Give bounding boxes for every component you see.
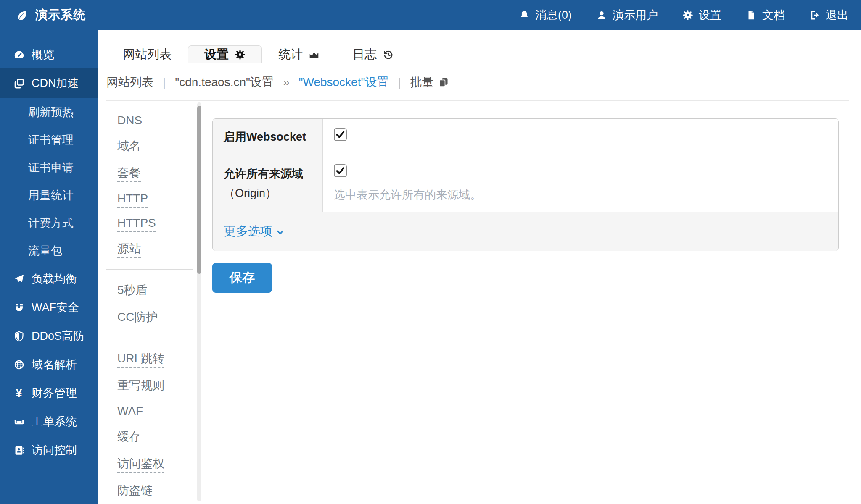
globe-icon — [13, 359, 25, 370]
sidebar-item-refresh-prewarm[interactable]: 刷新预热 — [0, 98, 98, 126]
logout-menu-item[interactable]: 退出 — [809, 8, 848, 23]
breadcrumb-arrow: » — [283, 76, 290, 89]
field-label: 启用Websocket — [213, 119, 323, 155]
tab-site-list[interactable]: 网站列表 — [106, 45, 188, 63]
submenu-divider — [106, 338, 193, 338]
sidebar-item-label: 概览 — [32, 47, 54, 62]
navbar-menu: 消息(0) 演示用户 设置 文档 退出 — [519, 8, 861, 23]
ticket-icon — [13, 416, 25, 428]
docs-label: 文档 — [762, 8, 785, 23]
address-book-icon — [13, 445, 25, 456]
chevron-down-icon — [276, 228, 285, 237]
dashboard-icon — [13, 49, 25, 60]
main-content: 网站列表 设置 统计 日志 网站列表 | "cdn.teaos.cn"设置 » … — [98, 30, 861, 504]
sidebar-item-usage-stats[interactable]: 用量统计 — [0, 181, 98, 209]
submenu-item-hotlink[interactable]: 防盗链 — [98, 477, 204, 504]
copy-icon — [438, 77, 449, 88]
field-label: 允许所有来源域 （Origin） — [213, 155, 323, 212]
breadcrumb-separator: | — [398, 76, 401, 89]
settings-label: 设置 — [699, 8, 721, 23]
sidebar: 概览 CDN加速 刷新预热 证书管理 证书申请 用量统计 计费方式 流量包 负载… — [0, 30, 98, 504]
breadcrumb-domain-settings[interactable]: "cdn.teaos.cn"设置 — [175, 74, 274, 90]
top-navbar: 演示系统 消息(0) 演示用户 设置 文档 退出 — [0, 0, 861, 30]
user-icon — [596, 10, 607, 21]
enable-websocket-checkbox[interactable] — [334, 128, 347, 141]
breadcrumb-websocket-settings[interactable]: "Websocket"设置 — [299, 74, 389, 90]
user-label: 演示用户 — [613, 8, 658, 23]
sidebar-item-label: CDN加速 — [32, 76, 79, 91]
paper-plane-icon — [13, 273, 25, 285]
tab-logs[interactable]: 日志 — [336, 45, 410, 63]
field-help-text: 选中表示允许所有的来源域。 — [334, 187, 827, 202]
sidebar-item-dns-resolve[interactable]: 域名解析 — [0, 350, 98, 379]
sidebar-item-load-balance[interactable]: 负载均衡 — [0, 265, 98, 293]
field-sublabel: （Origin） — [224, 186, 317, 201]
submenu-divider — [106, 269, 193, 270]
sidebar-item-billing-mode[interactable]: 计费方式 — [0, 209, 98, 237]
websocket-settings-form: 启用Websocket 允许所有来源域 （Origin） — [204, 101, 861, 504]
submenu-item-cc-protect[interactable]: CC防护 — [98, 304, 204, 331]
breadcrumb-batch[interactable]: 批量 — [410, 74, 449, 90]
tab-statistics[interactable]: 统计 — [262, 45, 336, 63]
settings-panel: 启用Websocket 允许所有来源域 （Origin） — [212, 118, 839, 251]
cdn-submenu: 刷新预热 证书管理 证书申请 用量统计 计费方式 流量包 — [0, 98, 98, 265]
submenu-item-http[interactable]: HTTP — [98, 186, 204, 211]
sidebar-item-cdn[interactable]: CDN加速 — [0, 68, 98, 98]
sidebar-item-finance[interactable]: ¥ 财务管理 — [0, 379, 98, 407]
sidebar-item-waf-security[interactable]: WAF安全 — [0, 293, 98, 322]
bell-icon — [519, 10, 530, 21]
submenu-scrollbar-thumb[interactable] — [197, 106, 201, 274]
sidebar-item-access-control[interactable]: 访问控制 — [0, 436, 98, 465]
sidebar-item-tickets[interactable]: 工单系统 — [0, 407, 98, 436]
settings-menu-item[interactable]: 设置 — [682, 8, 721, 23]
submenu-item-dns[interactable]: DNS — [98, 108, 204, 133]
messages-menu-item[interactable]: 消息(0) — [519, 8, 572, 23]
breadcrumb-site-list[interactable]: 网站列表 — [106, 74, 153, 90]
sign-out-icon — [809, 10, 820, 21]
submenu-item-rewrite-rules[interactable]: 重写规则 — [98, 372, 204, 399]
more-options-link[interactable]: 更多选项 — [224, 223, 285, 240]
submenu-item-origin[interactable]: 源站 — [98, 235, 204, 262]
tab-bar: 网站列表 设置 统计 日志 — [106, 45, 849, 63]
submenu-item-url-redirect[interactable]: URL跳转 — [98, 345, 204, 372]
submenu-item-https[interactable]: HTTPS — [98, 211, 204, 235]
breadcrumb-separator: | — [163, 76, 166, 89]
submenu-item-cache[interactable]: 缓存 — [98, 423, 204, 450]
sidebar-item-ddos[interactable]: DDoS高防 — [0, 322, 98, 350]
sidebar-item-cert-manage[interactable]: 证书管理 — [0, 126, 98, 154]
settings-submenu: DNS 域名 套餐 HTTP HTTPS 源站 5秒盾 CC防护 URL跳转 重… — [98, 101, 204, 504]
form-row-enable-websocket: 启用Websocket — [213, 119, 838, 155]
user-menu-item[interactable]: 演示用户 — [596, 8, 658, 23]
messages-label: 消息(0) — [535, 8, 572, 23]
submenu-item-plan[interactable]: 套餐 — [98, 160, 204, 186]
panel-footer: 更多选项 — [213, 212, 838, 251]
allow-all-origins-checkbox[interactable] — [334, 164, 347, 177]
sidebar-item-overview[interactable]: 概览 — [0, 41, 98, 68]
logout-label: 退出 — [826, 8, 848, 23]
history-icon — [383, 49, 394, 60]
submenu-item-5s-shield[interactable]: 5秒盾 — [98, 277, 204, 304]
save-button[interactable]: 保存 — [212, 263, 272, 293]
submenu-item-auth[interactable]: 访问鉴权 — [98, 450, 204, 477]
app-title: 演示系统 — [35, 7, 86, 24]
submenu-item-domain[interactable]: 域名 — [98, 133, 204, 160]
tab-settings[interactable]: 设置 — [188, 45, 262, 63]
app-brand[interactable]: 演示系统 — [0, 7, 86, 24]
sidebar-item-cert-apply[interactable]: 证书申请 — [0, 154, 98, 181]
breadcrumb: 网站列表 | "cdn.teaos.cn"设置 » "Websocket"设置 … — [106, 63, 849, 101]
sidebar-item-traffic-pack[interactable]: 流量包 — [0, 237, 98, 265]
area-chart-icon — [309, 49, 320, 60]
clone-icon — [13, 78, 25, 89]
document-icon — [746, 10, 757, 21]
leaf-icon — [16, 9, 29, 21]
yen-icon: ¥ — [16, 388, 22, 399]
check-icon — [335, 129, 346, 140]
shield-icon — [13, 331, 25, 342]
docs-menu-item[interactable]: 文档 — [746, 8, 785, 23]
submenu-item-waf[interactable]: WAF — [98, 399, 204, 423]
magnet-icon — [13, 302, 25, 313]
gear-icon — [235, 49, 246, 60]
check-icon — [335, 165, 346, 176]
gear-icon — [682, 10, 693, 21]
form-row-allow-all-origins: 允许所有来源域 （Origin） 选中表示允许所有的来源域。 — [213, 155, 838, 212]
